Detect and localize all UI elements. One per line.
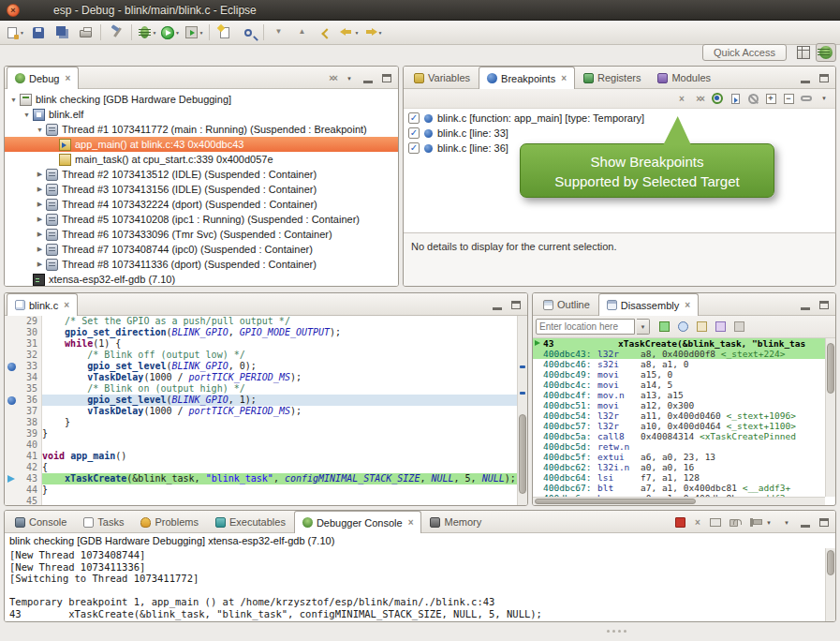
sash-handle[interactable]	[607, 630, 626, 633]
code-text[interactable]	[42, 496, 517, 505]
breakpoint-item[interactable]: ✓blink.c [function: app_main] [type: Tem…	[404, 111, 835, 126]
code-text[interactable]: xTaskCreate(&blink_task, "blink_task", c…	[42, 473, 517, 484]
disassembly-row[interactable]: 400dbc5a:call80x40084314 <xTaskCreatePin…	[533, 431, 825, 441]
line-number[interactable]: 38	[18, 417, 42, 428]
editor-ruler-cell[interactable]	[5, 338, 18, 350]
dropdown-arrow-icon[interactable]: ▼	[378, 30, 383, 36]
line-number[interactable]: 42	[18, 462, 42, 473]
line-number[interactable]: 44	[18, 484, 42, 496]
sync-active-context-button[interactable]	[712, 319, 729, 335]
run-button[interactable]: ▼	[159, 22, 182, 43]
scrollbar-thumb[interactable]	[535, 499, 696, 504]
remove-selected-breakpoints-button[interactable]: ×	[673, 91, 690, 107]
console-output[interactable]: [New Thread 1073408744][New Thread 10734…	[5, 548, 825, 621]
minimize-view-button[interactable]	[797, 70, 814, 86]
breakpoint-annotation-mark[interactable]	[520, 392, 525, 395]
location-input[interactable]	[536, 319, 635, 335]
close-tab-icon[interactable]: ×	[685, 300, 690, 310]
disassembly-row[interactable]: 400dbc4f:mov.na13, a15	[533, 390, 825, 400]
editor-ruler-cell[interactable]	[5, 372, 18, 383]
code-text[interactable]: /* Blink off (output low) */	[42, 350, 517, 361]
code-text[interactable]: gpio_set_level(BLINK_GPIO, 0);	[42, 361, 517, 372]
next-annotation-button[interactable]	[268, 22, 290, 43]
line-number[interactable]: 45	[18, 496, 42, 505]
disassembly-row[interactable]: 400dbc5d:retw.n	[533, 441, 825, 452]
line-number[interactable]: 35	[18, 383, 42, 395]
line-number[interactable]: 30	[18, 327, 42, 338]
tab-registers[interactable]: Registers	[575, 67, 649, 88]
debug-tree-item[interactable]: ▼Thread #1 1073411772 (main : Running) (…	[5, 122, 398, 137]
debug-perspective-button[interactable]	[816, 43, 836, 62]
save-all-button[interactable]	[51, 22, 73, 43]
code-text[interactable]: void app_main()	[42, 451, 517, 462]
close-tab-icon[interactable]: ×	[64, 300, 69, 310]
code-text[interactable]: }	[42, 484, 517, 496]
disassembly-row[interactable]: 400dbc54:l32ra11, 0x400d0460 <_stext+109…	[533, 410, 825, 421]
tab-outline[interactable]: Outline	[535, 293, 598, 315]
disassembly-row[interactable]: 400dbc49:movia15, 0	[533, 369, 825, 380]
console-vertical-scrollbar[interactable]	[825, 548, 835, 621]
disassembly-horizontal-scrollbar[interactable]	[533, 497, 825, 505]
editor-ruler-cell[interactable]	[5, 496, 18, 505]
terminate-button[interactable]	[671, 514, 688, 530]
line-number[interactable]: 36	[18, 395, 42, 406]
expand-arrow-icon[interactable]: ▼	[21, 112, 33, 118]
line-number[interactable]: 39	[18, 428, 42, 440]
line-number[interactable]: 43	[18, 473, 42, 484]
go-to-file-for-breakpoint-button[interactable]	[727, 91, 744, 107]
line-number[interactable]: 33	[18, 361, 42, 372]
editor-ruler-cell[interactable]	[5, 440, 18, 451]
quick-access-button[interactable]: Quick Access	[702, 44, 787, 61]
expand-arrow-icon[interactable]: ▶	[34, 216, 46, 223]
debug-button[interactable]: ▼	[136, 22, 158, 43]
remove-all-breakpoints-button[interactable]: ××	[691, 91, 708, 107]
checkbox-icon[interactable]: ✓	[408, 112, 420, 124]
code-text[interactable]: /* Blink on (output high) */	[42, 383, 517, 395]
pin-console-button[interactable]	[743, 514, 759, 530]
disassembly-row[interactable]: 400dbc5f:extuia6, a0, 23, 13	[533, 452, 825, 462]
editor-ruler-cell[interactable]	[5, 316, 18, 327]
editor-ruler-cell[interactable]	[5, 451, 18, 462]
settings-button[interactable]	[730, 319, 747, 335]
tab-variables[interactable]: Variables	[405, 67, 479, 88]
tab-tasks[interactable]: Tasks	[75, 511, 132, 532]
remove-launch-button[interactable]: ×	[689, 514, 706, 530]
maximize-view-button[interactable]	[816, 514, 833, 530]
code-text[interactable]: while(1) {	[42, 338, 517, 350]
disassembly-row[interactable]: 400dbc67:blta7, a1, 0x400dbc81 <__addf3+	[533, 483, 825, 493]
print-button[interactable]	[74, 22, 96, 43]
breakpoint-annotation-mark[interactable]	[520, 365, 525, 368]
expand-arrow-icon[interactable]: ▶	[34, 246, 46, 253]
dropdown-arrow-icon[interactable]: ▼	[199, 30, 204, 36]
close-tab-icon[interactable]: ×	[408, 517, 414, 528]
collapse-all-button[interactable]: −	[780, 91, 797, 107]
refresh-button[interactable]	[674, 319, 691, 335]
link-with-debug-view-button[interactable]	[798, 91, 815, 107]
disassembly-row[interactable]: 400dbc4c:movia14, 5	[533, 380, 825, 390]
show-source-button[interactable]	[693, 319, 710, 335]
editor-ruler-cell[interactable]	[5, 417, 18, 428]
code-editor[interactable]: 29 /* Set the GPIO as a push/pull output…	[5, 316, 517, 505]
remove-all-terminated-button[interactable]: ××	[324, 70, 341, 86]
minimize-view-button[interactable]	[797, 514, 814, 530]
expand-arrow-icon[interactable]: ▶	[34, 201, 46, 208]
code-text[interactable]: gpio_set_level(BLINK_GPIO, 1);	[42, 395, 517, 406]
minimize-view-button[interactable]	[797, 297, 814, 313]
checkbox-icon[interactable]: ✓	[408, 142, 420, 154]
editor-ruler-cell[interactable]	[5, 361, 18, 372]
scrollbar-thumb[interactable]	[827, 343, 834, 394]
line-number[interactable]: 29	[18, 316, 42, 327]
maximize-view-button[interactable]	[816, 70, 833, 86]
new-wizard-button[interactable]	[214, 22, 236, 43]
maximize-view-button[interactable]	[378, 70, 395, 86]
dropdown-arrow-icon[interactable]: ▼	[355, 30, 360, 36]
breakpoint-item[interactable]: ✓blink.c [line: 33]	[404, 126, 835, 141]
code-text[interactable]: {	[42, 462, 517, 473]
editor-ruler-cell[interactable]	[5, 395, 18, 406]
editor-ruler-cell[interactable]	[5, 462, 18, 473]
save-button[interactable]	[27, 22, 50, 43]
line-number[interactable]: 41	[18, 451, 42, 462]
disassembly-row[interactable]: 400dbc46:s32ia8, a1, 0	[533, 359, 825, 369]
window-close-button[interactable]: ×	[7, 4, 20, 17]
debug-tree-item[interactable]: main_task() at cpu_start.c:339 0x400d057…	[5, 152, 398, 167]
